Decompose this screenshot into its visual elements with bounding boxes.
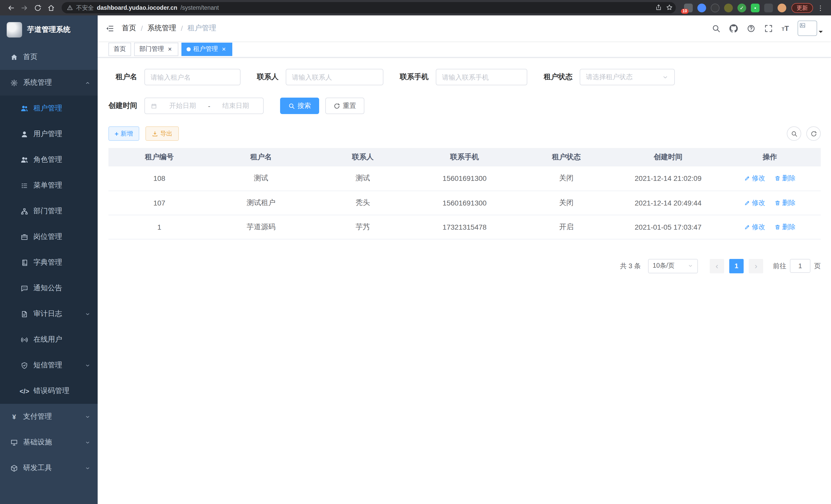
browser-menu-icon[interactable]: ⋮: [815, 4, 826, 11]
sidebar-item-tenant-management[interactable]: 租户管理: [0, 95, 98, 121]
cell-contact: 测试: [312, 167, 414, 190]
date-range-picker[interactable]: 开始日期 - 结束日期: [144, 98, 264, 114]
edit-button[interactable]: 修改: [744, 222, 765, 232]
date-start-placeholder[interactable]: 开始日期: [161, 101, 204, 111]
sidebar-item-label: 审计日志: [33, 309, 62, 319]
delete-button[interactable]: 删除: [774, 174, 796, 183]
search-button[interactable]: 搜索: [280, 98, 319, 114]
sidebar-item-menu-management[interactable]: 菜单管理: [0, 173, 98, 198]
extension-olive-icon[interactable]: [724, 3, 733, 12]
security-warning-icon[interactable]: [67, 5, 73, 11]
help-icon[interactable]: [747, 24, 755, 33]
audit-log-icon: [21, 310, 28, 318]
next-page-button[interactable]: ›: [749, 259, 763, 273]
contact-input[interactable]: [292, 73, 377, 81]
sidebar-item-post-management[interactable]: 岗位管理: [0, 224, 98, 250]
active-dot: [187, 47, 191, 51]
user-avatar[interactable]: [798, 21, 823, 36]
extension-puzzle-icon[interactable]: [764, 3, 773, 12]
shield-icon: [21, 361, 28, 369]
address-bar[interactable]: 不安全 dashboard.yudao.iocoder.cn/system/te…: [62, 2, 676, 13]
browser-update-button[interactable]: 更新: [792, 3, 813, 12]
browser-forward-icon[interactable]: [19, 2, 30, 13]
tenant-table: 租户编号 租户名 联系人 联系手机 租户状态 创建时间 操作 108 测试: [109, 148, 821, 239]
delete-button[interactable]: 删除: [774, 198, 796, 207]
bookmark-star-icon[interactable]: [666, 4, 673, 11]
sidebar-item-system-management[interactable]: 系统管理: [0, 70, 98, 95]
sidebar-item-infrastructure[interactable]: 基础设施: [0, 429, 98, 455]
cell-contact: 秃头: [312, 190, 414, 215]
sidebar-item-department-management[interactable]: 部门管理: [0, 198, 98, 224]
cell-tenant-name: 测试租户: [210, 190, 312, 215]
security-label: 不安全: [76, 4, 94, 11]
code-icon: </>: [21, 387, 28, 395]
sidebar-item-user-management[interactable]: 用户管理: [0, 121, 98, 147]
monitor-icon: [10, 439, 18, 446]
extension-chat-icon[interactable]: ▪: [751, 3, 760, 12]
browser-back-icon[interactable]: [5, 2, 17, 13]
table-toolbar: + 新增 导出: [109, 126, 821, 141]
current-page-button[interactable]: 1: [729, 259, 744, 273]
tab-tenant-management[interactable]: 租户管理 ×: [181, 42, 232, 56]
menu-list-icon: [21, 182, 28, 189]
breadcrumb-home[interactable]: 首页: [122, 24, 136, 33]
reset-button[interactable]: 重置: [325, 98, 364, 114]
export-button[interactable]: 导出: [145, 126, 179, 141]
sidebar-item-dict-management[interactable]: 字典管理: [0, 250, 98, 275]
status-select[interactable]: 请选择租户状态: [580, 69, 675, 85]
close-icon[interactable]: ×: [221, 46, 227, 52]
sidebar-item-audit-log[interactable]: 审计日志: [0, 301, 98, 327]
browser-reload-icon[interactable]: [32, 2, 43, 13]
goto-page-input[interactable]: [790, 259, 810, 273]
extension-dark-icon[interactable]: [711, 3, 719, 12]
add-button[interactable]: + 新增: [109, 126, 139, 141]
refresh-icon[interactable]: [806, 126, 821, 141]
profile-avatar-icon[interactable]: [778, 3, 786, 12]
tab-department-management[interactable]: 部门管理 ×: [134, 42, 178, 56]
page-size-select[interactable]: 10条/页: [648, 259, 698, 273]
breadcrumb-system[interactable]: 系统管理: [147, 24, 176, 33]
edit-button[interactable]: 修改: [744, 198, 765, 207]
show-search-toggle-icon[interactable]: [787, 126, 801, 141]
caret-down-icon: [819, 31, 823, 35]
tenant-name-input[interactable]: [150, 73, 234, 81]
edit-button[interactable]: 修改: [744, 174, 765, 183]
column-header-contact: 联系人: [312, 148, 414, 167]
extension-icon[interactable]: 10: [684, 3, 693, 12]
tab-home[interactable]: 首页: [109, 42, 131, 56]
cell-contact: 芋艿: [312, 215, 414, 239]
sidebar-toggle[interactable]: [98, 24, 122, 33]
header-search-icon[interactable]: [712, 24, 720, 33]
sidebar-item-role-management[interactable]: 角色管理: [0, 147, 98, 173]
sidebar-item-label: 部门管理: [33, 207, 62, 216]
fullscreen-icon[interactable]: [764, 24, 773, 33]
sidebar-item-dev-tools[interactable]: 研发工具: [0, 455, 98, 481]
sidebar-item-sms-management[interactable]: 短信管理: [0, 352, 98, 378]
close-icon[interactable]: ×: [167, 46, 173, 52]
cell-status: 开启: [515, 215, 617, 239]
sidebar-item-label: 租户管理: [33, 104, 62, 113]
date-end-placeholder[interactable]: 结束日期: [214, 101, 257, 111]
cell-actions: 修改 删除: [719, 215, 821, 239]
delete-button[interactable]: 删除: [774, 222, 796, 232]
sidebar-item-notice[interactable]: 通知公告: [0, 275, 98, 301]
font-size-icon[interactable]: TT: [782, 25, 789, 32]
sidebar-item-payment-management[interactable]: ¥ 支付管理: [0, 404, 98, 429]
sidebar-item-error-code[interactable]: </> 错误码管理: [0, 378, 98, 404]
github-icon[interactable]: [729, 24, 738, 33]
sidebar-item-online-users[interactable]: 在线用户: [0, 327, 98, 352]
sidebar-item-label: 错误码管理: [33, 386, 69, 395]
prev-page-button[interactable]: ‹: [710, 259, 724, 273]
extension-check-icon[interactable]: ✓: [738, 3, 746, 12]
tags-view: 首页 部门管理 × 租户管理 ×: [98, 41, 831, 58]
cell-tenant-id: 108: [109, 167, 210, 190]
phone-input[interactable]: [442, 73, 521, 81]
breadcrumb-current: 租户管理: [188, 24, 217, 33]
app-logo[interactable]: 芋道管理系统: [0, 16, 98, 44]
extension-drop-icon[interactable]: [697, 3, 706, 12]
cell-tenant-id: 107: [109, 190, 210, 215]
share-icon[interactable]: [655, 4, 662, 11]
sidebar-item-home[interactable]: 首页: [0, 44, 98, 70]
browser-home-icon[interactable]: [45, 2, 57, 13]
chevron-down-icon: [688, 263, 693, 269]
